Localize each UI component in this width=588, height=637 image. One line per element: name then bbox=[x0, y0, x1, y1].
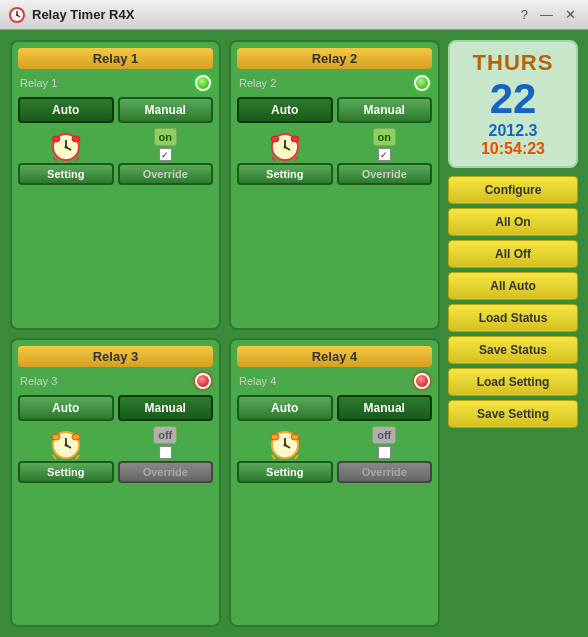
svg-point-11 bbox=[72, 136, 80, 142]
window-controls: ? — ✕ bbox=[517, 7, 580, 22]
relay4-clock-icon bbox=[267, 425, 303, 461]
relay4-manual-button[interactable]: Manual bbox=[337, 395, 433, 421]
all-on-button[interactable]: All On bbox=[448, 208, 578, 236]
main-content: Relay 1 Relay 1 Auto Manual bbox=[10, 40, 578, 627]
relay3-bottom-left: Setting bbox=[18, 425, 114, 483]
relay1-label-row: Relay 1 bbox=[18, 73, 213, 93]
relay1-header: Relay 1 bbox=[18, 48, 213, 69]
close-button[interactable]: ✕ bbox=[561, 7, 580, 22]
relay4-mode-row: Auto Manual bbox=[237, 395, 432, 421]
relay2-setting-button[interactable]: Setting bbox=[237, 163, 333, 185]
load-setting-button[interactable]: Load Setting bbox=[448, 368, 578, 396]
relay2-override-button[interactable]: Override bbox=[337, 163, 433, 185]
relay4-checkbox-row bbox=[378, 446, 391, 459]
relay3-toggle[interactable]: off bbox=[153, 426, 177, 444]
svg-point-18 bbox=[283, 146, 286, 149]
relay2-checkbox-row: ✓ bbox=[378, 148, 391, 161]
relay1-auto-button[interactable]: Auto bbox=[18, 97, 114, 123]
relay4-toggle[interactable]: off bbox=[372, 426, 396, 444]
svg-line-40 bbox=[295, 455, 298, 459]
relay4-auto-button[interactable]: Auto bbox=[237, 395, 333, 421]
relay3-mode-row: Auto Manual bbox=[18, 395, 213, 421]
relay2-label-row: Relay 2 bbox=[237, 73, 432, 93]
relay1-bottom-left: Setting bbox=[18, 127, 114, 185]
relay1-bottom-right: on ✓ Override bbox=[118, 128, 214, 185]
configure-button[interactable]: Configure bbox=[448, 176, 578, 204]
svg-point-37 bbox=[271, 434, 279, 440]
svg-point-27 bbox=[64, 443, 67, 446]
save-setting-button[interactable]: Save Setting bbox=[448, 400, 578, 428]
svg-point-36 bbox=[283, 443, 286, 446]
svg-line-22 bbox=[295, 157, 298, 161]
help-button[interactable]: ? bbox=[517, 7, 532, 22]
relay3-bottom-right: off Override bbox=[118, 426, 214, 483]
clock-year: 2012.3 bbox=[456, 122, 570, 140]
svg-line-31 bbox=[76, 455, 79, 459]
relays-panel: Relay 1 Relay 1 Auto Manual bbox=[10, 40, 440, 627]
relay3-indicator bbox=[195, 373, 211, 389]
svg-line-12 bbox=[53, 157, 56, 161]
relay1-setting-button[interactable]: Setting bbox=[18, 163, 114, 185]
relay3-header: Relay 3 bbox=[18, 346, 213, 367]
clock-time: 10:54:23 bbox=[456, 140, 570, 158]
relay3-manual-button[interactable]: Manual bbox=[118, 395, 214, 421]
svg-line-13 bbox=[76, 157, 79, 161]
relay1-override-button[interactable]: Override bbox=[118, 163, 214, 185]
svg-point-10 bbox=[52, 136, 60, 142]
all-off-button[interactable]: All Off bbox=[448, 240, 578, 268]
relay-card-1: Relay 1 Relay 1 Auto Manual bbox=[10, 40, 221, 330]
minimize-button[interactable]: — bbox=[536, 7, 557, 22]
relay3-auto-button[interactable]: Auto bbox=[18, 395, 114, 421]
save-status-button[interactable]: Save Status bbox=[448, 336, 578, 364]
relay1-bottom-row: Setting on ✓ Override bbox=[18, 127, 213, 185]
relay1-clock-icon bbox=[48, 127, 84, 163]
app-icon bbox=[8, 6, 26, 24]
relay2-checkbox[interactable]: ✓ bbox=[378, 148, 391, 161]
relay3-checkbox[interactable] bbox=[159, 446, 172, 459]
relay3-setting-button[interactable]: Setting bbox=[18, 461, 114, 483]
relay1-checkbox-row: ✓ bbox=[159, 148, 172, 161]
relay3-bottom-row: Setting off Override bbox=[18, 425, 213, 483]
relay1-label: Relay 1 bbox=[20, 77, 57, 89]
relay-card-3: Relay 3 Relay 3 Auto Manual bbox=[10, 338, 221, 628]
relay2-mode-row: Auto Manual bbox=[237, 97, 432, 123]
relay-card-2: Relay 2 Relay 2 Auto Manual bbox=[229, 40, 440, 330]
relay2-bottom-right: on ✓ Override bbox=[337, 128, 433, 185]
relay4-header: Relay 4 bbox=[237, 346, 432, 367]
relay3-override-button[interactable]: Override bbox=[118, 461, 214, 483]
clock-date-num: 22 bbox=[456, 76, 570, 122]
svg-point-20 bbox=[291, 136, 299, 142]
relay2-bottom-row: Setting on ✓ Override bbox=[237, 127, 432, 185]
relay2-manual-button[interactable]: Manual bbox=[337, 97, 433, 123]
relay4-checkbox[interactable] bbox=[378, 446, 391, 459]
relay4-bottom-row: Setting off Override bbox=[237, 425, 432, 483]
relay2-indicator bbox=[414, 75, 430, 91]
relay4-bottom-right: off Override bbox=[337, 426, 433, 483]
right-panel: THURS 22 2012.3 10:54:23 Configure All O… bbox=[448, 40, 578, 627]
relay1-checkbox[interactable]: ✓ bbox=[159, 148, 172, 161]
relay2-label: Relay 2 bbox=[239, 77, 276, 89]
relay4-indicator bbox=[414, 373, 430, 389]
svg-line-39 bbox=[272, 455, 275, 459]
relay-card-4: Relay 4 Relay 4 Auto Manual bbox=[229, 338, 440, 628]
relay1-toggle[interactable]: on bbox=[154, 128, 177, 146]
relay2-clock-icon bbox=[267, 127, 303, 163]
relay4-setting-button[interactable]: Setting bbox=[237, 461, 333, 483]
svg-point-28 bbox=[52, 434, 60, 440]
relay2-toggle[interactable]: on bbox=[373, 128, 396, 146]
clock-day: THURS bbox=[456, 50, 570, 76]
svg-point-38 bbox=[291, 434, 299, 440]
clock-display: THURS 22 2012.3 10:54:23 bbox=[448, 40, 578, 168]
svg-point-9 bbox=[64, 146, 67, 149]
load-status-button[interactable]: Load Status bbox=[448, 304, 578, 332]
relay1-manual-button[interactable]: Manual bbox=[118, 97, 214, 123]
relay4-override-button[interactable]: Override bbox=[337, 461, 433, 483]
relay2-auto-button[interactable]: Auto bbox=[237, 97, 333, 123]
relay1-indicator bbox=[195, 75, 211, 91]
svg-point-29 bbox=[72, 434, 80, 440]
relay3-clock-icon bbox=[48, 425, 84, 461]
all-auto-button[interactable]: All Auto bbox=[448, 272, 578, 300]
relay4-label-row: Relay 4 bbox=[237, 371, 432, 391]
svg-line-21 bbox=[272, 157, 275, 161]
title-bar: Relay Timer R4X ? — ✕ bbox=[0, 0, 588, 30]
